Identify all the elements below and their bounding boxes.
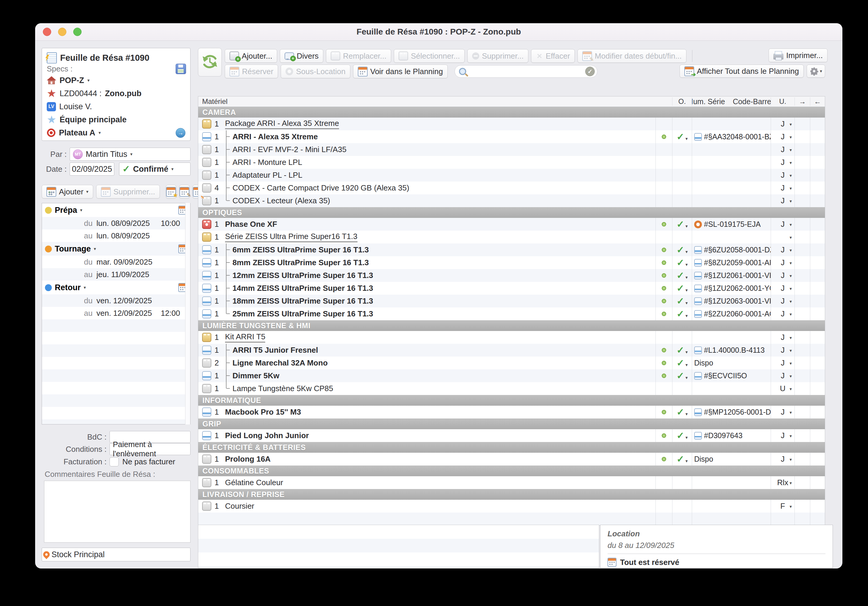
table-row[interactable]: 1 Dimmer 5Kw ✓ ▾ #§ECVCII5O J ▾ (198, 369, 825, 382)
table-row[interactable]: 1 Package ARRI - Alexa 35 Xtreme J ▾ (198, 118, 825, 130)
table-row[interactable]: 4 CODEX - Carte Compact Drive 1920 GB (A… (198, 181, 825, 194)
unit-cell[interactable]: ▾ (771, 231, 795, 243)
status-cell[interactable]: ✓ ▾ (672, 369, 692, 382)
phase-calendar-star-button[interactable]: ★ (166, 185, 176, 198)
unit-cell[interactable]: J ▾ (771, 356, 795, 369)
contact-row[interactable]: LV Louise V. (47, 100, 186, 113)
no-invoice-checkbox[interactable] (110, 457, 119, 467)
serial-cell[interactable]: Dispo (692, 453, 771, 465)
arrow-left-cell[interactable] (810, 156, 825, 169)
table-row[interactable]: 1 12mm ZEISS UltraPrime Super 16 T1.3 ✓ … (198, 269, 825, 282)
serial-cell[interactable]: #§6ZU2058-0001-DZC (692, 243, 771, 256)
arrow-left-cell[interactable] (810, 307, 825, 320)
phase-calendar-edit-button[interactable]: ✎ (179, 185, 190, 198)
table-row[interactable]: 1 Prolong 16A ✓ ▾ Dispo J ▾ (198, 453, 825, 465)
phase-header-row[interactable]: Prépa ▾ (42, 203, 190, 217)
arrow-right-cell[interactable] (795, 476, 810, 489)
go-to-location-button[interactable]: → (176, 128, 186, 138)
phase-start-row[interactable]: du lun. 08/09/2025 10:00 (42, 217, 190, 229)
serial-cell[interactable]: Dispo (692, 356, 771, 369)
status-cell[interactable]: ✓ ▾ (672, 356, 692, 369)
serial-cell[interactable] (692, 169, 771, 181)
sublocation-button[interactable]: Sous-Location (281, 65, 350, 78)
table-row[interactable]: 1 CODEX - Lecteur (Alexa 35) J ▾ (198, 194, 825, 207)
search-input[interactable] (469, 67, 582, 76)
serial-cell[interactable]: #§8ZU2059-0001-ARZ (692, 256, 771, 269)
arrow-right-cell[interactable] (795, 130, 810, 143)
project-row[interactable]: ★ LZD00444 : Zono.pub (47, 87, 186, 100)
serial-cell[interactable] (692, 500, 771, 513)
arrow-right-cell[interactable] (795, 194, 810, 207)
phase-end-row[interactable]: au lun. 08/09/2025 (42, 229, 190, 242)
table-row[interactable]: 1 8mm ZEISS UltraPrime Super 16 T1.3 ✓ ▾… (198, 256, 825, 269)
delete-button[interactable]: Supprimer... (467, 49, 529, 63)
unit-cell[interactable]: J ▾ (771, 307, 795, 320)
unit-cell[interactable]: J ▾ (771, 453, 795, 465)
status-cell[interactable]: ✓ ▾ (672, 218, 692, 231)
status-cell[interactable]: ✓ ▾ (672, 294, 692, 307)
unit-cell[interactable]: J ▾ (771, 130, 795, 143)
arrow-left-cell[interactable] (810, 269, 825, 282)
arrow-left-cell[interactable] (810, 194, 825, 207)
status-cell[interactable] (672, 194, 692, 207)
unit-cell[interactable]: J ▾ (771, 282, 795, 294)
arrow-right-cell[interactable] (795, 429, 810, 442)
status-cell[interactable] (672, 382, 692, 395)
arrow-left-cell[interactable] (810, 382, 825, 395)
arrow-right-cell[interactable] (795, 256, 810, 269)
serial-cell[interactable]: #SL-019175-EJA (692, 218, 771, 231)
arrow-left-cell[interactable] (810, 294, 825, 307)
conditions-field[interactable]: Paiement à l'enlèvement (110, 443, 191, 455)
serial-cell[interactable] (692, 118, 771, 130)
serial-cell[interactable] (692, 143, 771, 156)
unit-cell[interactable]: J ▾ (771, 269, 795, 282)
serial-cell[interactable] (692, 156, 771, 169)
arrow-left-cell[interactable] (810, 282, 825, 294)
table-row[interactable]: 1 ARRI - Monture LPL J ▾ (198, 156, 825, 169)
header-arrow-left[interactable]: ← (810, 97, 825, 106)
header-unit[interactable]: U. (771, 97, 795, 106)
print-button[interactable]: Imprimer... (769, 48, 828, 62)
table-settings-button[interactable]: ▾ (807, 65, 825, 77)
phases-scrollbar[interactable] (185, 203, 190, 425)
table-row[interactable]: 1 18mm ZEISS UltraPrime Super 16 T1.3 ✓ … (198, 294, 825, 307)
status-cell[interactable]: ✓ ▾ (672, 256, 692, 269)
table-row[interactable]: 1 Lampe Tungstène 5Kw CP85 U ▾ (198, 382, 825, 395)
unit-cell[interactable]: J ▾ (771, 143, 795, 156)
table-row[interactable]: 1 ARRI - Alexa 35 Xtreme ✓ ▾ #§AA32048-0… (198, 130, 825, 143)
arrow-left-cell[interactable] (810, 500, 825, 513)
status-cell[interactable]: ✓ ▾ (672, 243, 692, 256)
refresh-button[interactable] (198, 48, 222, 76)
status-cell[interactable] (672, 156, 692, 169)
arrow-left-cell[interactable] (810, 130, 825, 143)
arrow-right-cell[interactable] (795, 331, 810, 344)
select-button[interactable]: Sélectionner... (394, 49, 465, 63)
header-status[interactable]: O. (672, 97, 692, 106)
unit-cell[interactable]: J ▾ (771, 156, 795, 169)
arrow-left-cell[interactable] (810, 476, 825, 489)
status-cell[interactable] (672, 231, 692, 243)
table-row[interactable]: 1 Kit ARRI T5 J ▾ (198, 331, 825, 344)
arrow-right-cell[interactable] (795, 344, 810, 356)
arrow-left-cell[interactable] (810, 356, 825, 369)
serial-cell[interactable] (692, 382, 771, 395)
serial-cell[interactable] (692, 331, 771, 344)
search-field[interactable]: ✓ (454, 65, 597, 77)
divers-button[interactable]: Divers (280, 49, 324, 63)
serial-cell[interactable] (692, 476, 771, 489)
unit-cell[interactable]: F ▾ (771, 500, 795, 513)
arrow-right-cell[interactable] (795, 143, 810, 156)
arrow-right-cell[interactable] (795, 282, 810, 294)
serial-cell[interactable] (692, 231, 771, 243)
replace-button[interactable]: Remplacer... (326, 49, 391, 63)
arrow-right-cell[interactable] (795, 307, 810, 320)
arrow-left-cell[interactable] (810, 256, 825, 269)
status-cell[interactable]: ✓ ▾ (672, 282, 692, 294)
save-icon[interactable] (176, 64, 186, 74)
add-button[interactable]: Ajouter... (225, 49, 277, 63)
search-confirm-icon[interactable]: ✓ (585, 67, 595, 76)
arrow-right-cell[interactable] (795, 243, 810, 256)
status-cell[interactable]: ✓ ▾ (672, 344, 692, 356)
arrow-right-cell[interactable] (795, 369, 810, 382)
unit-cell[interactable]: Rlx ▾ (771, 476, 795, 489)
